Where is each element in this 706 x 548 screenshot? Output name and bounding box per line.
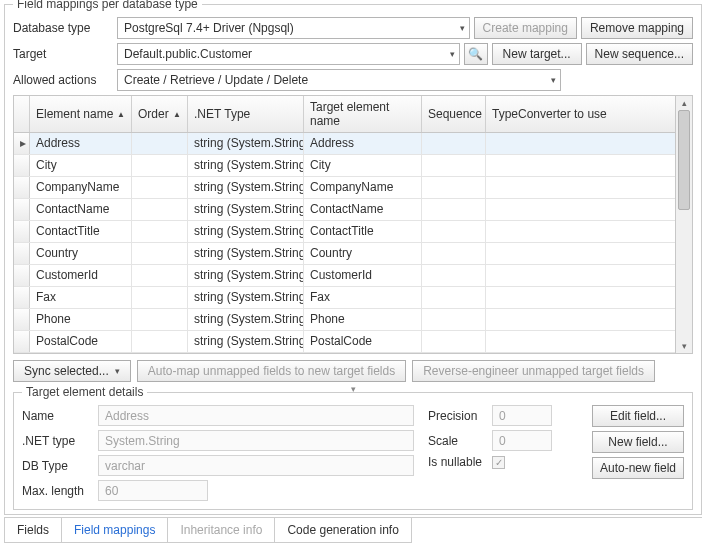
chevron-down-icon: ▾ xyxy=(460,23,465,33)
cell-order xyxy=(132,155,188,176)
create-mapping-button[interactable]: Create mapping xyxy=(474,17,577,39)
sync-selected-button[interactable]: Sync selected... ▾ xyxy=(13,360,131,382)
col-element-name[interactable]: Element name ▲ xyxy=(30,96,132,132)
table-row[interactable]: ContactTitlestring (System.String)Contac… xyxy=(14,221,675,243)
row-handle[interactable]: ▸ xyxy=(14,133,30,154)
auto-new-field-button[interactable]: Auto-new field xyxy=(592,457,684,479)
cell-net-type: string (System.String) xyxy=(188,133,304,154)
row-handle[interactable] xyxy=(14,287,30,308)
cell-order xyxy=(132,265,188,286)
cell-typeconverter xyxy=(486,243,675,264)
cell-typeconverter xyxy=(486,287,675,308)
cell-target-element: ContactName xyxy=(304,199,422,220)
cell-sequence xyxy=(422,155,486,176)
col-net-type[interactable]: .NET Type xyxy=(188,96,304,132)
cell-target-element: City xyxy=(304,155,422,176)
row-handle[interactable] xyxy=(14,265,30,286)
edit-field-button[interactable]: Edit field... xyxy=(592,405,684,427)
scroll-down-icon[interactable]: ▾ xyxy=(676,339,692,353)
target-value: Default.public.Customer xyxy=(124,47,252,61)
reverse-engineer-button[interactable]: Reverse-engineer unmapped target fields xyxy=(412,360,655,382)
table-row[interactable]: CustomerIdstring (System.String)Customer… xyxy=(14,265,675,287)
cell-element-name: PostalCode xyxy=(30,331,132,352)
new-sequence-button[interactable]: New sequence... xyxy=(586,43,693,65)
cell-net-type: string (System.String) xyxy=(188,287,304,308)
row-handle[interactable] xyxy=(14,199,30,220)
new-field-button[interactable]: New field... xyxy=(592,431,684,453)
cell-target-element: CustomerId xyxy=(304,265,422,286)
nullable-label: Is nullable xyxy=(428,455,488,469)
tab-fields[interactable]: Fields xyxy=(4,518,62,543)
chevron-down-icon: ▾ xyxy=(115,366,120,376)
precision-field: 0 xyxy=(492,405,552,426)
bottom-tabs: Fields Field mappings Inheritance info C… xyxy=(4,517,702,543)
scale-field: 0 xyxy=(492,430,552,451)
cell-net-type: string (System.String) xyxy=(188,243,304,264)
dbtype-label: DB Type xyxy=(22,459,94,473)
chevron-down-icon: ▾ xyxy=(551,75,556,85)
row-handle[interactable] xyxy=(14,243,30,264)
scroll-up-icon[interactable]: ▴ xyxy=(676,96,692,110)
cell-sequence xyxy=(422,221,486,242)
row-handle[interactable] xyxy=(14,221,30,242)
row-handle[interactable] xyxy=(14,331,30,352)
row-handle[interactable] xyxy=(14,309,30,330)
cell-order xyxy=(132,221,188,242)
cell-net-type: string (System.String) xyxy=(188,199,304,220)
scale-label: Scale xyxy=(428,434,488,448)
cell-order xyxy=(132,287,188,308)
cell-target-element: PostalCode xyxy=(304,331,422,352)
nettype-label: .NET type xyxy=(22,434,94,448)
database-type-combo[interactable]: PostgreSql 7.4+ Driver (Npgsql) ▾ xyxy=(117,17,470,39)
name-label: Name xyxy=(22,409,94,423)
table-row[interactable]: PostalCodestring (System.String)PostalCo… xyxy=(14,331,675,353)
target-search-button[interactable]: 🔍 xyxy=(464,43,488,65)
allowed-actions-label: Allowed actions xyxy=(13,73,113,87)
table-row[interactable]: ContactNamestring (System.String)Contact… xyxy=(14,199,675,221)
allowed-actions-combo[interactable]: Create / Retrieve / Update / Delete ▾ xyxy=(117,69,561,91)
search-icon: 🔍 xyxy=(468,47,483,61)
row-handle-header xyxy=(14,96,30,132)
cell-element-name: ContactName xyxy=(30,199,132,220)
nettype-field: System.String xyxy=(98,430,414,451)
table-row[interactable]: Citystring (System.String)City xyxy=(14,155,675,177)
table-row[interactable]: CompanyNamestring (System.String)Company… xyxy=(14,177,675,199)
cell-sequence xyxy=(422,287,486,308)
cell-sequence xyxy=(422,199,486,220)
cell-sequence xyxy=(422,265,486,286)
table-row[interactable]: Countrystring (System.String)Country xyxy=(14,243,675,265)
new-target-button[interactable]: New target... xyxy=(492,43,582,65)
sort-asc-icon: ▲ xyxy=(117,110,125,119)
cell-sequence xyxy=(422,177,486,198)
table-row[interactable]: ▸Addressstring (System.String)Address xyxy=(14,133,675,155)
cell-sequence xyxy=(422,133,486,154)
table-row[interactable]: Phonestring (System.String)Phone xyxy=(14,309,675,331)
cell-net-type: string (System.String) xyxy=(188,265,304,286)
tab-inheritance-info[interactable]: Inheritance info xyxy=(167,518,275,543)
tab-code-generation-info[interactable]: Code generation info xyxy=(274,518,411,543)
cell-element-name: ContactTitle xyxy=(30,221,132,242)
table-row[interactable]: Faxstring (System.String)Fax xyxy=(14,287,675,309)
col-sequence[interactable]: Sequence xyxy=(422,96,486,132)
row-handle[interactable] xyxy=(14,177,30,198)
cell-typeconverter xyxy=(486,265,675,286)
group-title: Field mappings per database type xyxy=(13,0,202,11)
auto-map-button[interactable]: Auto-map unmapped fields to new target f… xyxy=(137,360,406,382)
remove-mapping-button[interactable]: Remove mapping xyxy=(581,17,693,39)
cell-net-type: string (System.String) xyxy=(188,331,304,352)
tab-field-mappings[interactable]: Field mappings xyxy=(61,518,168,543)
chevron-down-icon: ▾ xyxy=(450,49,455,59)
col-order[interactable]: Order ▲ xyxy=(132,96,188,132)
cell-order xyxy=(132,133,188,154)
scroll-thumb[interactable] xyxy=(678,110,690,210)
grid-body: ▸Addressstring (System.String)AddressCit… xyxy=(14,133,675,353)
mappings-grid[interactable]: Element name ▲ Order ▲ .NET Type Target … xyxy=(13,95,676,354)
cell-typeconverter xyxy=(486,177,675,198)
cell-target-element: Country xyxy=(304,243,422,264)
target-combo[interactable]: Default.public.Customer ▾ xyxy=(117,43,460,65)
col-typeconverter[interactable]: TypeConverter to use xyxy=(486,96,675,132)
row-handle[interactable] xyxy=(14,155,30,176)
grid-scrollbar[interactable]: ▴ ▾ xyxy=(676,95,693,354)
col-target-element[interactable]: Target element name xyxy=(304,96,422,132)
cell-net-type: string (System.String) xyxy=(188,155,304,176)
